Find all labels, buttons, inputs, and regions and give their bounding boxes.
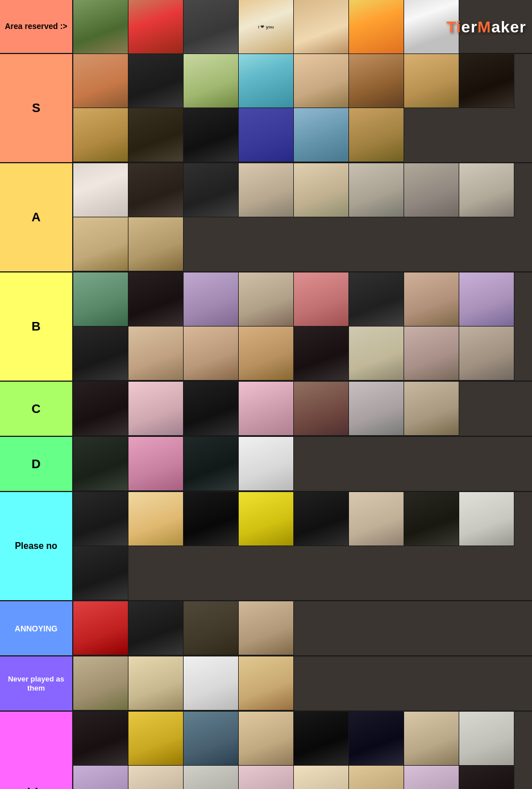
s-cell-8	[459, 54, 514, 108]
tier-content-annoying	[72, 601, 532, 655]
idc-cell-14	[349, 766, 404, 789]
s-cell-1	[73, 54, 128, 108]
b-cell-16	[459, 327, 514, 381]
idc-cell-1	[73, 712, 128, 766]
idc-cell-6	[349, 712, 404, 766]
tier-row-please-no: Please no	[0, 492, 532, 601]
tier-content-idc	[72, 712, 532, 789]
tier-label-a: A	[0, 163, 72, 271]
never-cell-4	[239, 656, 294, 710]
s-cell-3	[184, 54, 239, 108]
a-cell-5	[294, 163, 349, 217]
please-no-cell-1	[73, 492, 128, 546]
s-cell-9	[73, 108, 128, 162]
b-cell-7	[404, 272, 459, 327]
b-cell-11	[184, 327, 239, 381]
s-cell-7	[404, 54, 459, 108]
tier-row-idc: idc	[0, 712, 532, 789]
tiermaker-logo: TierMaker	[446, 18, 526, 36]
idc-cell-13	[294, 766, 349, 789]
a-cell-8	[459, 163, 514, 217]
never-cell-1	[73, 656, 128, 710]
tier-content-c	[72, 382, 532, 436]
please-no-cell-6	[349, 492, 404, 546]
c-cell-3	[184, 382, 239, 436]
a-cell-7	[404, 163, 459, 217]
tier-content-b	[72, 272, 532, 381]
tier-label-b: B	[0, 272, 72, 381]
s-cell-5	[294, 54, 349, 108]
s-cell-12	[239, 108, 294, 162]
tier-content-a	[72, 163, 532, 271]
b-cell-4	[239, 272, 294, 327]
idc-cell-16	[459, 766, 514, 789]
tier-label-please-no: Please no	[0, 492, 72, 600]
idc-cell-5	[294, 712, 349, 766]
tier-row-s: S	[0, 54, 532, 163]
d-cell-2	[128, 437, 184, 491]
header-cell-4: i ❤ you	[239, 0, 294, 54]
header-cell-5	[294, 0, 349, 54]
tier-row-c: C	[0, 382, 532, 437]
a-cell-3	[184, 163, 239, 217]
tier-content-please-no	[72, 492, 532, 600]
annoying-cell-3	[184, 601, 239, 655]
tier-content-s	[72, 54, 532, 162]
idc-cell-12	[239, 766, 294, 789]
header-cell-3	[184, 0, 239, 54]
tier-content-d	[72, 437, 532, 491]
b-cell-12	[239, 327, 294, 381]
idc-cell-10	[128, 766, 184, 789]
b-cell-15	[404, 327, 459, 381]
a-cell-1	[73, 163, 128, 217]
please-no-cell-9	[73, 546, 128, 600]
please-no-cell-5	[294, 492, 349, 546]
tier-label-c: C	[0, 382, 72, 436]
s-cell-11	[184, 108, 239, 162]
header-cell-6	[349, 0, 404, 54]
a-cell-4	[239, 163, 294, 217]
idc-cell-2	[128, 712, 184, 766]
logo-area: TierMaker	[459, 0, 532, 54]
a-cell-10	[128, 217, 184, 271]
header-content: i ❤ you TierMaker	[72, 0, 532, 53]
s-cell-13	[294, 108, 349, 162]
a-cell-2	[128, 163, 184, 217]
tier-list: Area reserved :> i ❤ you TierMaker S	[0, 0, 532, 789]
a-cell-9	[73, 217, 128, 271]
d-cell-3	[184, 437, 239, 491]
idc-cell-8	[459, 712, 514, 766]
s-cell-4	[239, 54, 294, 108]
b-cell-1	[73, 272, 128, 327]
annoying-cell-1	[73, 601, 128, 655]
b-cell-14	[349, 327, 404, 381]
tier-label-d: D	[0, 437, 72, 491]
header-cell-2	[128, 0, 184, 54]
s-cell-10	[128, 108, 184, 162]
never-cell-2	[128, 656, 184, 710]
tier-row-never: Never played as them	[0, 656, 532, 712]
c-cell-2	[128, 382, 184, 436]
b-cell-10	[128, 327, 184, 381]
s-cell-14	[349, 108, 404, 162]
c-cell-7	[404, 382, 459, 436]
s-cell-6	[349, 54, 404, 108]
annoying-cell-2	[128, 601, 184, 655]
b-cell-8	[459, 272, 514, 327]
tier-row-b: B	[0, 272, 532, 382]
d-cell-1	[73, 437, 128, 491]
please-no-cell-2	[128, 492, 184, 546]
tier-row-annoying: ANNOYING	[0, 601, 532, 656]
idc-cell-4	[239, 712, 294, 766]
tier-label-never: Never played as them	[0, 656, 72, 710]
b-cell-6	[349, 272, 404, 327]
a-cell-6	[349, 163, 404, 217]
header-cell-1	[73, 0, 128, 54]
idc-cell-3	[184, 712, 239, 766]
idc-cell-9	[73, 766, 128, 789]
c-cell-5	[294, 382, 349, 436]
tier-label-s: S	[0, 54, 72, 162]
c-cell-1	[73, 382, 128, 436]
tier-row-a: A	[0, 163, 532, 272]
tier-content-never	[72, 656, 532, 710]
